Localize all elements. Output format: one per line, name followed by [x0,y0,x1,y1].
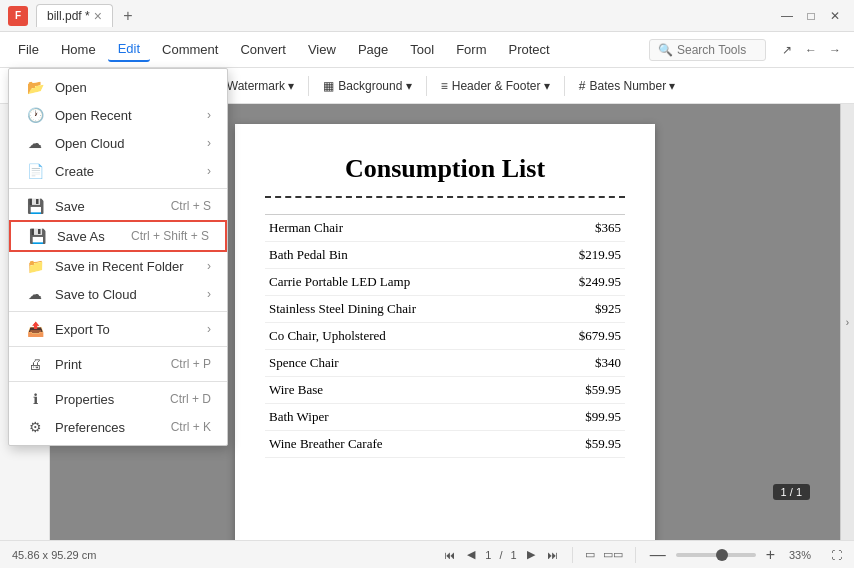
menu-item-properties[interactable]: ℹ Properties Ctrl + D [9,385,227,413]
header-footer-button[interactable]: ≡ Header & Footer ▾ [433,75,558,97]
background-button[interactable]: ▦ Background ▾ [315,75,419,97]
menu-comment[interactable]: Comment [152,38,228,61]
menu-item-save-as[interactable]: 💾 Save As Ctrl + Shift + S [9,220,227,252]
app-icon: F [8,6,28,26]
zoom-slider-thumb[interactable] [716,549,728,561]
table-row: Bath Pedal Bin$219.95 [265,242,625,269]
menu-item-export-to[interactable]: 📤 Export To › [9,315,227,343]
print-label: Print [55,357,171,372]
close-window-button[interactable]: ✕ [824,5,846,27]
last-page-button[interactable]: ⏭ [545,549,560,561]
save-cloud-label: Save to Cloud [55,287,203,302]
menu-home[interactable]: Home [51,38,106,61]
preferences-icon: ⚙ [25,419,45,435]
pdf-table: Herman Chair$365Bath Pedal Bin$219.95Car… [265,214,625,458]
save-icon: 💾 [25,198,45,214]
open-recent-label: Open Recent [55,108,203,123]
menu-protect[interactable]: Protect [498,38,559,61]
properties-shortcut: Ctrl + D [170,392,211,406]
save-cloud-icon: ☁ [25,286,45,302]
item-price: $925 [537,296,625,323]
properties-icon: ℹ [25,391,45,407]
dropdown-sep-4 [9,381,227,382]
create-arrow: › [207,164,211,178]
status-separator-2 [635,547,636,563]
menu-item-create[interactable]: 📄 Create › [9,157,227,185]
bates-number-button[interactable]: # Bates Number ▾ [571,75,684,97]
menu-file[interactable]: File [8,38,49,61]
menu-item-save-recent[interactable]: 📁 Save in Recent Folder › [9,252,227,280]
save-as-label: Save As [57,229,131,244]
status-separator-1 [572,547,573,563]
menu-tool[interactable]: Tool [400,38,444,61]
search-tools-input[interactable] [677,43,757,57]
save-cloud-arrow: › [207,287,211,301]
save-as-icon: 💾 [27,228,47,244]
toolbar-separator-4 [426,76,427,96]
menu-item-open[interactable]: 📂 Open [9,73,227,101]
dropdown-sep-2 [9,311,227,312]
menu-edit[interactable]: Edit [108,37,150,62]
menu-item-open-recent[interactable]: 🕐 Open Recent › [9,101,227,129]
pdf-page: Consumption List Herman Chair$365Bath Pe… [235,124,655,540]
menu-item-open-cloud[interactable]: ☁ Open Cloud › [9,129,227,157]
zoom-in-button[interactable]: + [764,546,777,564]
toolbar-separator-5 [564,76,565,96]
first-page-button[interactable]: ⏮ [442,549,457,561]
menu-page[interactable]: Page [348,38,398,61]
save-label: Save [55,199,171,214]
item-price: $340 [537,350,625,377]
menu-item-save-cloud[interactable]: ☁ Save to Cloud › [9,280,227,308]
external-link-icon[interactable]: ↗ [776,39,798,61]
export-to-label: Export To [55,322,203,337]
forward-button[interactable]: → [824,39,846,61]
table-row: Bath Wiper$99.95 [265,404,625,431]
background-icon: ▦ [323,79,334,93]
dropdown-sep-1 [9,188,227,189]
menu-item-print[interactable]: 🖨 Print Ctrl + P [9,350,227,378]
open-recent-arrow: › [207,108,211,122]
save-recent-icon: 📁 [25,258,45,274]
item-price: $249.95 [537,269,625,296]
table-row: Carrie Portable LED Lamp$249.95 [265,269,625,296]
open-cloud-label: Open Cloud [55,136,203,151]
file-tab[interactable]: bill.pdf * × [36,4,113,27]
single-page-icon[interactable]: ▭ [585,548,595,561]
title-bar: F bill.pdf * × + — □ ✕ [0,0,854,32]
add-tab-button[interactable]: + [117,5,139,27]
zoom-slider[interactable] [676,553,756,557]
back-button[interactable]: ← [800,39,822,61]
item-name: Bath Pedal Bin [265,242,537,269]
dropdown-sep-3 [9,346,227,347]
minimize-button[interactable]: — [776,5,798,27]
save-recent-arrow: › [207,259,211,273]
prev-page-button[interactable]: ◀ [465,548,477,561]
item-price: $59.95 [537,431,625,458]
menu-item-preferences[interactable]: ⚙ Preferences Ctrl + K [9,413,227,441]
double-page-icon[interactable]: ▭▭ [603,548,623,561]
table-row: Spence Chair$340 [265,350,625,377]
export-to-icon: 📤 [25,321,45,337]
item-price: $99.95 [537,404,625,431]
create-label: Create [55,164,203,179]
item-name: Carrie Portable LED Lamp [265,269,537,296]
toolbar-separator-3 [308,76,309,96]
open-label: Open [55,80,211,95]
pdf-divider [265,196,625,198]
menu-convert[interactable]: Convert [230,38,296,61]
next-page-button[interactable]: ▶ [525,548,537,561]
open-cloud-icon: ☁ [25,135,45,151]
fit-page-button[interactable]: ⛶ [831,549,842,561]
right-panel-toggle[interactable]: › [840,104,854,540]
menu-view[interactable]: View [298,38,346,61]
total-pages: 1 [511,549,517,561]
maximize-button[interactable]: □ [800,5,822,27]
zoom-out-button[interactable]: — [648,546,668,564]
menu-form[interactable]: Form [446,38,496,61]
item-name: Stainless Steel Dining Chair [265,296,537,323]
close-tab-button[interactable]: × [94,9,102,23]
search-tools-container[interactable]: 🔍 [649,39,766,61]
menu-item-save[interactable]: 💾 Save Ctrl + S [9,192,227,220]
status-bar: 45.86 x 95.29 cm ⏮ ◀ 1 / 1 ▶ ⏭ ▭ ▭▭ — + … [0,540,854,568]
page-separator: / [499,549,502,561]
